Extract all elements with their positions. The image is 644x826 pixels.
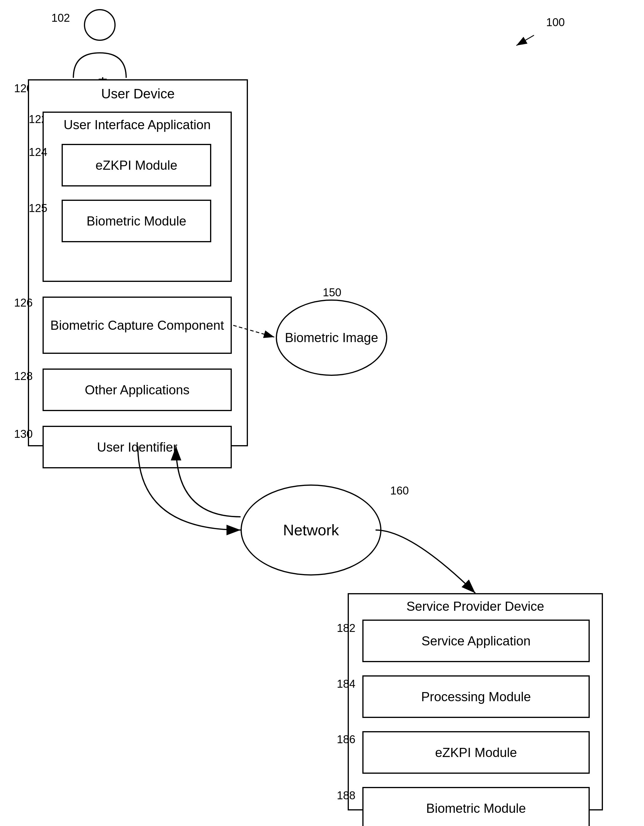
network-ellipse: Network bbox=[241, 484, 381, 576]
ref-label-100: 100 bbox=[546, 16, 565, 29]
ref-label-160: 160 bbox=[390, 484, 409, 497]
user-device-title: User Device bbox=[29, 81, 247, 104]
diagram-container: 100 102 120 User Device 122 User Interfa… bbox=[0, 0, 644, 826]
other-apps-box: Other Applications bbox=[43, 368, 232, 411]
ref-label-188: 188 bbox=[337, 789, 355, 802]
biometric-image-label: Biometric Image bbox=[285, 329, 378, 346]
biometric-capture-label: Biometric Capture Component bbox=[51, 317, 224, 334]
biometric-module-label: Biometric Module bbox=[87, 214, 186, 228]
ui-app-box: User Interface Application bbox=[43, 112, 232, 282]
processing-module-box: Processing Module bbox=[362, 675, 590, 718]
service-app-label: Service Application bbox=[422, 633, 531, 648]
user-identifier-box: User Identifier bbox=[43, 426, 232, 468]
ref-label-102: 102 bbox=[51, 12, 70, 24]
biometric-sp-label: Biometric Module bbox=[426, 801, 526, 816]
ezkpi-sp-box: eZKPI Module bbox=[362, 731, 590, 774]
ezkpi-sp-label: eZKPI Module bbox=[435, 745, 517, 760]
ref-label-125: 125 bbox=[29, 202, 47, 215]
other-apps-label: Other Applications bbox=[85, 383, 189, 397]
ref-label-182: 182 bbox=[337, 622, 355, 635]
ezkpi-module-label: eZKPI Module bbox=[96, 158, 178, 173]
svg-line-8 bbox=[516, 35, 534, 45]
svg-point-0 bbox=[85, 10, 115, 40]
biometric-sp-box: Biometric Module bbox=[362, 787, 590, 826]
person-figure bbox=[68, 7, 132, 78]
ref-label-124: 124 bbox=[29, 146, 47, 158]
processing-module-label: Processing Module bbox=[421, 689, 531, 704]
ezkpi-module-box: eZKPI Module bbox=[62, 144, 211, 186]
biometric-module-box: Biometric Module bbox=[62, 200, 211, 242]
ui-app-title: User Interface Application bbox=[44, 113, 231, 135]
ref-label-130: 130 bbox=[14, 428, 33, 441]
ref-label-184: 184 bbox=[337, 678, 355, 690]
service-provider-title: Service Provider Device bbox=[349, 594, 602, 616]
network-label: Network bbox=[283, 521, 339, 539]
biometric-capture-box: Biometric Capture Component bbox=[43, 297, 232, 354]
ref-label-186: 186 bbox=[337, 733, 355, 746]
service-app-box: Service Application bbox=[362, 620, 590, 662]
ref-label-126: 126 bbox=[14, 297, 33, 309]
biometric-image-ellipse: Biometric Image bbox=[276, 300, 387, 376]
user-identifier-label: User Identifier bbox=[97, 440, 178, 455]
ref-label-128: 128 bbox=[14, 370, 33, 383]
ref-label-150: 150 bbox=[323, 286, 341, 299]
